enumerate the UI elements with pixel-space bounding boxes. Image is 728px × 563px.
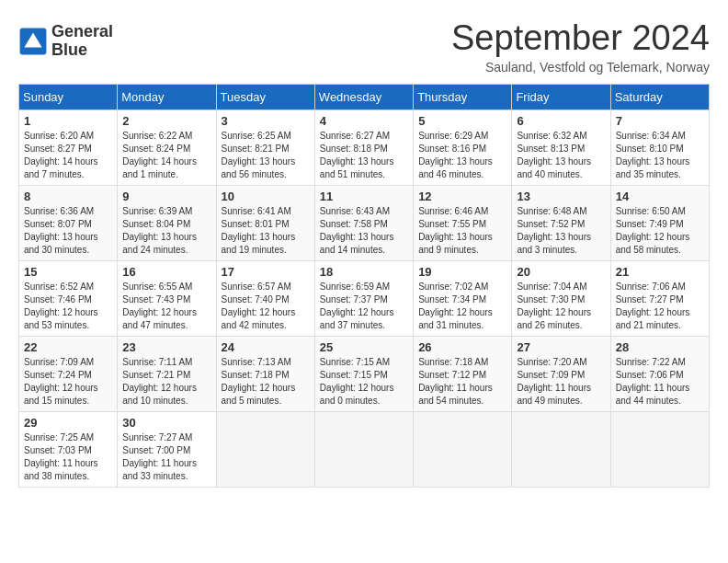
day-number: 2 [122, 114, 210, 128]
day-number: 17 [222, 265, 310, 279]
calendar-cell: 12 Sunrise: 6:46 AM Sunset: 7:55 PM Dayl… [414, 186, 512, 261]
calendar-cell [314, 412, 413, 488]
month-title: September 2024 [451, 18, 710, 58]
calendar-week-row: 29 Sunrise: 7:25 AM Sunset: 7:03 PM Dayl… [19, 412, 710, 488]
day-info: Sunrise: 6:57 AM Sunset: 7:40 PM Dayligh… [222, 282, 296, 330]
calendar-week-row: 8 Sunrise: 6:36 AM Sunset: 8:07 PM Dayli… [19, 186, 710, 261]
day-number: 15 [24, 265, 112, 279]
day-info: Sunrise: 7:27 AM Sunset: 7:00 PM Dayligh… [122, 432, 197, 481]
calendar-week-row: 22 Sunrise: 7:09 AM Sunset: 7:24 PM Dayl… [19, 337, 710, 412]
day-info: Sunrise: 7:02 AM Sunset: 7:34 PM Dayligh… [418, 282, 493, 330]
day-info: Sunrise: 6:50 AM Sunset: 7:49 PM Dayligh… [616, 206, 690, 255]
calendar-table: SundayMondayTuesdayWednesdayThursdayFrid… [18, 84, 710, 488]
day-info: Sunrise: 7:06 AM Sunset: 7:27 PM Dayligh… [616, 282, 690, 330]
day-info: Sunrise: 6:22 AM Sunset: 8:24 PM Dayligh… [122, 131, 197, 179]
day-info: Sunrise: 7:15 AM Sunset: 7:15 PM Dayligh… [320, 357, 394, 406]
day-number: 11 [320, 190, 408, 203]
day-info: Sunrise: 6:34 AM Sunset: 8:10 PM Dayligh… [616, 131, 690, 179]
day-number: 8 [24, 190, 112, 203]
day-info: Sunrise: 6:48 AM Sunset: 7:52 PM Dayligh… [517, 206, 591, 255]
day-info: Sunrise: 6:32 AM Sunset: 8:13 PM Dayligh… [517, 131, 591, 179]
day-number: 10 [222, 190, 310, 203]
day-info: Sunrise: 6:20 AM Sunset: 8:27 PM Dayligh… [24, 131, 98, 179]
title-block: September 2024 Sauland, Vestfold og Tele… [451, 18, 710, 75]
day-number: 18 [320, 265, 408, 279]
calendar-cell: 27 Sunrise: 7:20 AM Sunset: 7:09 PM Dayl… [512, 337, 610, 412]
day-info: Sunrise: 6:41 AM Sunset: 8:01 PM Dayligh… [222, 206, 296, 255]
calendar-cell: 6 Sunrise: 6:32 AM Sunset: 8:13 PM Dayli… [512, 110, 610, 186]
calendar-cell: 22 Sunrise: 7:09 AM Sunset: 7:24 PM Dayl… [19, 337, 118, 412]
day-info: Sunrise: 7:18 AM Sunset: 7:12 PM Dayligh… [418, 357, 493, 406]
day-number: 27 [517, 340, 605, 354]
calendar-cell: 11 Sunrise: 6:43 AM Sunset: 7:58 PM Dayl… [314, 186, 413, 261]
day-info: Sunrise: 7:11 AM Sunset: 7:21 PM Dayligh… [122, 357, 197, 406]
calendar-cell: 29 Sunrise: 7:25 AM Sunset: 7:03 PM Dayl… [19, 412, 118, 488]
day-number: 25 [320, 340, 408, 354]
calendar-cell: 2 Sunrise: 6:22 AM Sunset: 8:24 PM Dayli… [118, 110, 216, 186]
day-info: Sunrise: 7:22 AM Sunset: 7:06 PM Dayligh… [616, 357, 690, 406]
day-number: 16 [122, 265, 210, 279]
logo-icon [18, 27, 48, 56]
calendar-cell: 10 Sunrise: 6:41 AM Sunset: 8:01 PM Dayl… [216, 186, 314, 261]
day-number: 14 [616, 190, 704, 203]
day-number: 22 [24, 340, 112, 354]
day-number: 23 [122, 340, 210, 354]
day-info: Sunrise: 6:29 AM Sunset: 8:16 PM Dayligh… [418, 131, 493, 179]
day-info: Sunrise: 6:27 AM Sunset: 8:18 PM Dayligh… [320, 131, 394, 179]
calendar-cell: 23 Sunrise: 7:11 AM Sunset: 7:21 PM Dayl… [118, 337, 216, 412]
day-info: Sunrise: 6:52 AM Sunset: 7:46 PM Dayligh… [24, 282, 98, 330]
day-number: 3 [222, 114, 310, 128]
day-number: 28 [616, 340, 704, 354]
day-number: 6 [517, 114, 605, 128]
calendar-cell: 25 Sunrise: 7:15 AM Sunset: 7:15 PM Dayl… [314, 337, 413, 412]
calendar-cell [216, 412, 314, 488]
calendar-cell: 28 Sunrise: 7:22 AM Sunset: 7:06 PM Dayl… [610, 337, 709, 412]
weekday-header-sunday: Sunday [19, 85, 118, 110]
day-info: Sunrise: 7:25 AM Sunset: 7:03 PM Dayligh… [24, 432, 98, 481]
calendar-week-row: 15 Sunrise: 6:52 AM Sunset: 7:46 PM Dayl… [19, 261, 710, 337]
day-number: 7 [616, 114, 704, 128]
calendar-cell: 17 Sunrise: 6:57 AM Sunset: 7:40 PM Dayl… [216, 261, 314, 337]
day-info: Sunrise: 6:25 AM Sunset: 8:21 PM Dayligh… [222, 131, 296, 179]
day-info: Sunrise: 7:13 AM Sunset: 7:18 PM Dayligh… [222, 357, 296, 406]
weekday-header-tuesday: Tuesday [216, 85, 314, 110]
day-info: Sunrise: 7:09 AM Sunset: 7:24 PM Dayligh… [24, 357, 98, 406]
day-number: 24 [222, 340, 310, 354]
day-info: Sunrise: 6:43 AM Sunset: 7:58 PM Dayligh… [320, 206, 394, 255]
calendar-cell: 14 Sunrise: 6:50 AM Sunset: 7:49 PM Dayl… [610, 186, 709, 261]
day-info: Sunrise: 6:39 AM Sunset: 8:04 PM Dayligh… [122, 206, 197, 255]
day-number: 12 [418, 190, 506, 203]
calendar-cell: 15 Sunrise: 6:52 AM Sunset: 7:46 PM Dayl… [19, 261, 118, 337]
weekday-header-thursday: Thursday [414, 85, 512, 110]
calendar-cell: 24 Sunrise: 7:13 AM Sunset: 7:18 PM Dayl… [216, 337, 314, 412]
header: General Blue September 2024 Sauland, Ves… [18, 18, 710, 75]
day-info: Sunrise: 6:36 AM Sunset: 8:07 PM Dayligh… [24, 206, 98, 255]
weekday-header-row: SundayMondayTuesdayWednesdayThursdayFrid… [19, 85, 710, 110]
calendar-cell: 8 Sunrise: 6:36 AM Sunset: 8:07 PM Dayli… [19, 186, 118, 261]
day-number: 5 [418, 114, 506, 128]
calendar-cell [512, 412, 610, 488]
day-info: Sunrise: 6:59 AM Sunset: 7:37 PM Dayligh… [320, 282, 394, 330]
day-number: 1 [24, 114, 112, 128]
logo-line1: General [51, 22, 113, 40]
weekday-header-wednesday: Wednesday [314, 85, 413, 110]
day-info: Sunrise: 7:20 AM Sunset: 7:09 PM Dayligh… [517, 357, 591, 406]
day-number: 4 [320, 114, 408, 128]
logo-text: General Blue [51, 23, 113, 60]
calendar-cell: 26 Sunrise: 7:18 AM Sunset: 7:12 PM Dayl… [414, 337, 512, 412]
weekday-header-saturday: Saturday [610, 85, 709, 110]
calendar-week-row: 1 Sunrise: 6:20 AM Sunset: 8:27 PM Dayli… [19, 110, 710, 186]
calendar-cell: 7 Sunrise: 6:34 AM Sunset: 8:10 PM Dayli… [610, 110, 709, 186]
calendar-cell: 9 Sunrise: 6:39 AM Sunset: 8:04 PM Dayli… [118, 186, 216, 261]
logo: General Blue [18, 23, 113, 60]
calendar-cell: 13 Sunrise: 6:48 AM Sunset: 7:52 PM Dayl… [512, 186, 610, 261]
calendar-cell [610, 412, 709, 488]
weekday-header-friday: Friday [512, 85, 610, 110]
day-number: 13 [517, 190, 605, 203]
calendar-cell: 16 Sunrise: 6:55 AM Sunset: 7:43 PM Dayl… [118, 261, 216, 337]
calendar-cell: 18 Sunrise: 6:59 AM Sunset: 7:37 PM Dayl… [314, 261, 413, 337]
calendar-cell: 21 Sunrise: 7:06 AM Sunset: 7:27 PM Dayl… [610, 261, 709, 337]
location-subtitle: Sauland, Vestfold og Telemark, Norway [451, 60, 710, 75]
calendar-cell: 1 Sunrise: 6:20 AM Sunset: 8:27 PM Dayli… [19, 110, 118, 186]
day-info: Sunrise: 6:55 AM Sunset: 7:43 PM Dayligh… [122, 282, 197, 330]
